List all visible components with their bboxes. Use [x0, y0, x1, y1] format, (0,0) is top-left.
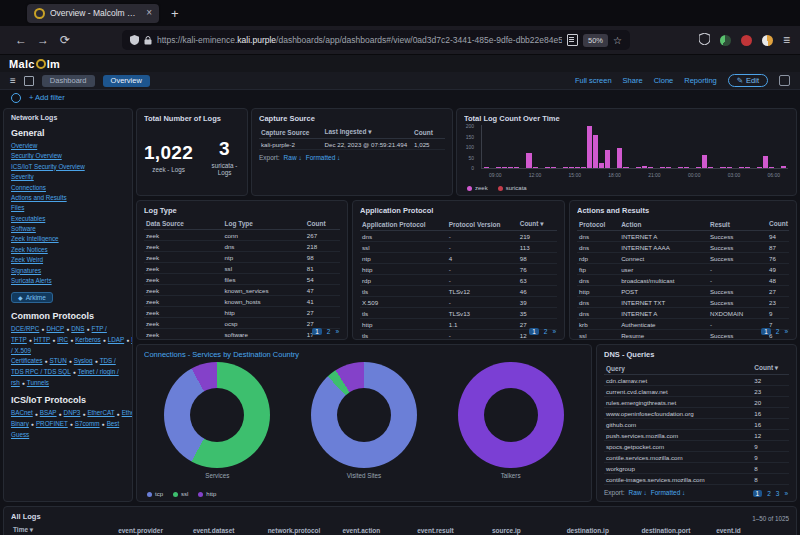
- table-row[interactable]: zeekknown_services47: [144, 285, 340, 296]
- edit-button[interactable]: ✎Edit: [728, 74, 768, 87]
- column-header[interactable]: Application Protocol: [360, 218, 447, 231]
- protocol-link[interactable]: HTTP: [34, 336, 50, 343]
- share-link[interactable]: Share: [623, 76, 643, 85]
- table-row[interactable]: spocs.getpocket.com9: [604, 441, 789, 452]
- column-header[interactable]: network.protocol: [266, 524, 341, 535]
- legend-item-suricata[interactable]: suricata: [498, 185, 527, 191]
- page-button-2[interactable]: 2: [776, 328, 780, 335]
- table-row[interactable]: contile-images.services.mozilla.com8: [604, 474, 789, 485]
- dashboard-app-icon[interactable]: [24, 76, 34, 86]
- bar[interactable]: [508, 167, 513, 168]
- table-row[interactable]: tls-12: [360, 330, 557, 341]
- bar[interactable]: [563, 167, 568, 168]
- browser-tab[interactable]: Overview - Malcolm Dashboard ×: [27, 4, 159, 23]
- add-filter-link[interactable]: + Add filter: [29, 93, 65, 102]
- table-row[interactable]: push.services.mozilla.com12: [604, 430, 789, 441]
- bar[interactable]: [514, 167, 519, 168]
- bar[interactable]: [545, 167, 550, 168]
- protocol-link[interactable]: Kerberos: [75, 336, 101, 343]
- bar[interactable]: [660, 167, 665, 168]
- donut-chart[interactable]: [164, 362, 270, 468]
- page-button-1[interactable]: 1: [761, 328, 771, 335]
- sidebar-link[interactable]: Connections: [11, 183, 125, 193]
- legend-item-zeek[interactable]: zeek: [467, 185, 488, 191]
- table-row[interactable]: tlsTLSv1335: [360, 308, 557, 319]
- column-header[interactable]: destination.ip: [565, 524, 640, 535]
- table-row[interactable]: X.509-39: [360, 297, 557, 308]
- bar[interactable]: [648, 167, 653, 168]
- bar[interactable]: [757, 167, 762, 168]
- table-row[interactable]: zeeksoftware17: [144, 329, 340, 340]
- page-button-»[interactable]: »: [552, 328, 556, 335]
- page-button-»[interactable]: »: [784, 490, 788, 497]
- column-header[interactable]: Query: [604, 362, 752, 375]
- column-header[interactable]: Data Source: [144, 218, 222, 230]
- bar[interactable]: [599, 163, 604, 168]
- malcolm-logo[interactable]: Malclm: [9, 58, 60, 70]
- new-tab-button[interactable]: +: [171, 6, 179, 21]
- table-row[interactable]: dnsINTERNET ASuccess94: [577, 231, 789, 242]
- bar[interactable]: [781, 166, 786, 168]
- bookmark-star-icon[interactable]: ☆: [613, 35, 622, 46]
- page-button-1[interactable]: 1: [753, 490, 763, 497]
- protocol-link[interactable]: EtherNet/IP: [122, 409, 133, 416]
- reader-mode-icon[interactable]: [567, 34, 578, 46]
- bar[interactable]: [581, 167, 586, 168]
- table-row[interactable]: krbAuthenticate-7: [577, 319, 789, 330]
- tab-close-icon[interactable]: ×: [146, 8, 152, 18]
- column-header[interactable]: event.result: [415, 524, 490, 535]
- table-row[interactable]: tlsTLSv1246: [360, 286, 557, 297]
- column-header[interactable]: event.provider: [116, 524, 191, 535]
- column-header[interactable]: Capture Source: [259, 126, 323, 139]
- column-header[interactable]: Last Ingested ▾: [323, 126, 413, 139]
- bar[interactable]: [684, 167, 689, 168]
- sidebar-link[interactable]: Actions and Results: [11, 193, 125, 203]
- protocol-link[interactable]: S7comm: [75, 420, 100, 427]
- reporting-link[interactable]: Reporting: [684, 76, 717, 85]
- bar[interactable]: [623, 167, 628, 168]
- sidebar-link[interactable]: Signatures: [11, 266, 125, 276]
- table-row[interactable]: ssl-113: [360, 242, 557, 253]
- extension-red-icon[interactable]: [741, 35, 752, 46]
- table-row[interactable]: zeekssl81: [144, 263, 340, 274]
- donut-chart[interactable]: [458, 362, 564, 468]
- sidebar-link[interactable]: Zeek Intelligence: [11, 234, 125, 244]
- filter-icon[interactable]: [11, 93, 21, 103]
- table-row[interactable]: zeekknown_hosts41: [144, 296, 340, 307]
- protocol-link[interactable]: DNS: [71, 325, 84, 332]
- reload-icon[interactable]: ⟳: [54, 33, 76, 47]
- back-icon[interactable]: ←: [10, 33, 32, 47]
- sidebar-link[interactable]: Suricata Alerts: [11, 276, 125, 286]
- bar[interactable]: [769, 167, 774, 168]
- protocol-link[interactable]: BACnet: [11, 409, 33, 416]
- page-button-3[interactable]: 3: [776, 490, 780, 497]
- page-button-2[interactable]: 2: [544, 328, 548, 335]
- breadcrumb-overview[interactable]: Overview: [103, 75, 150, 87]
- donut-chart[interactable]: [311, 362, 417, 468]
- table-row[interactable]: dnsINTERNET ANXDOMAIN9: [577, 308, 789, 319]
- bar[interactable]: [496, 167, 501, 168]
- table-row[interactable]: contile.services.mozilla.com9: [604, 452, 789, 463]
- page-button-1[interactable]: 1: [529, 328, 539, 335]
- protocol-link[interactable]: DNP3: [64, 409, 81, 416]
- tracking-shield-icon[interactable]: [130, 35, 139, 45]
- protocol-link[interactable]: IRC: [57, 336, 68, 343]
- column-header[interactable]: event.dataset: [191, 524, 266, 535]
- table-row[interactable]: zeekntp98: [144, 252, 340, 263]
- table-row[interactable]: http1.127: [360, 319, 557, 330]
- menu-icon[interactable]: ≡: [783, 33, 790, 47]
- protocol-link[interactable]: EtherCAT: [87, 409, 114, 416]
- bar[interactable]: [708, 167, 713, 168]
- column-header[interactable]: Result: [708, 218, 767, 231]
- forward-icon[interactable]: →: [32, 33, 54, 47]
- table-row[interactable]: ftpuser-49: [577, 264, 789, 275]
- bar[interactable]: [727, 167, 732, 168]
- extension-green-icon[interactable]: [720, 35, 731, 46]
- table-row[interactable]: httpPOSTSuccess27: [577, 286, 789, 297]
- column-header[interactable]: Count ▾: [752, 362, 789, 375]
- bar[interactable]: [720, 167, 725, 168]
- column-header[interactable]: Time ▾: [11, 524, 116, 535]
- sidebar-link[interactable]: Overview: [11, 141, 125, 151]
- table-row[interactable]: www.openinfosecfoundation.org16: [604, 408, 789, 419]
- breadcrumb-dashboard[interactable]: Dashboard: [42, 75, 95, 87]
